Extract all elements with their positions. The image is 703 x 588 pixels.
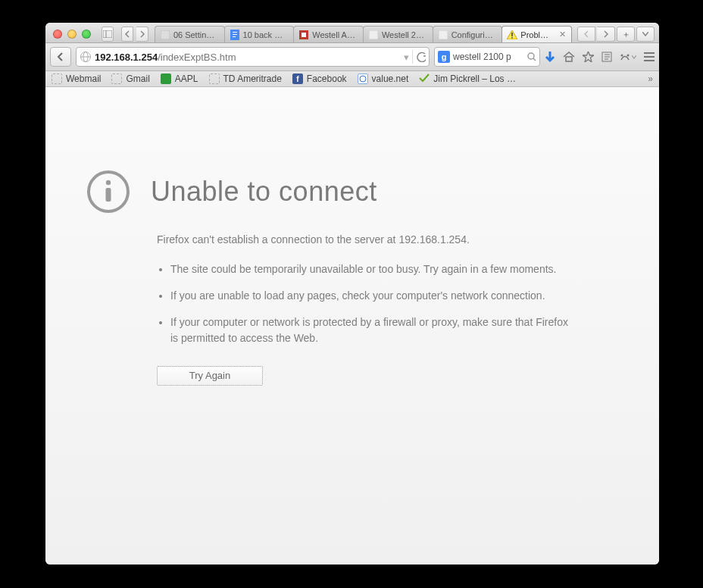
check-icon [419, 74, 430, 84]
tab-nav-forward-button[interactable] [136, 27, 148, 42]
svg-line-18 [533, 58, 536, 61]
titlebar: 06 Settin… 10 back … Westell A… Westell … [45, 23, 659, 43]
svg-point-17 [528, 53, 534, 59]
bookmark-gmail[interactable]: Gmail [111, 74, 149, 84]
tab-label: Westell 2200… [382, 30, 428, 39]
downloads-button[interactable] [545, 51, 555, 63]
globe-icon [80, 51, 92, 63]
generic-favicon [438, 30, 448, 40]
tab-label: 06 Settin… [173, 30, 220, 39]
bookmark-valuenet[interactable]: value.net [358, 74, 409, 84]
home-button[interactable] [563, 52, 575, 62]
sidebar-toggle-button[interactable] [102, 27, 114, 42]
tab-overflow-forward[interactable] [597, 27, 615, 42]
bookmark-facebook[interactable]: f Facebook [292, 74, 347, 84]
tab-configuring[interactable]: Configuring t… [433, 26, 503, 42]
tab-problem-loading[interactable]: Probl… ✕ [501, 26, 572, 42]
new-tab-button[interactable]: ＋ [617, 27, 635, 42]
tab-close-button[interactable]: ✕ [558, 30, 567, 39]
bookmarks-overflow-button[interactable]: » [648, 74, 653, 84]
navbar: 192.168.1.254/indexExptBS.htm ▾ g westel… [45, 43, 659, 71]
bookmark-label: AAPL [175, 74, 198, 84]
toolbar-icons [545, 51, 655, 63]
search-icon[interactable] [527, 52, 536, 61]
tab-06-settings[interactable]: 06 Settin… [155, 26, 225, 42]
menu-button[interactable] [644, 52, 655, 61]
svg-marker-21 [583, 52, 594, 62]
error-description: Firefox can't establish a connection to … [157, 232, 572, 248]
search-bar[interactable]: g westell 2100 p [434, 47, 540, 67]
svg-rect-2 [161, 30, 170, 39]
bookmark-generic-icon [52, 74, 62, 84]
window-minimize-button[interactable] [67, 30, 77, 39]
tab-label: 10 back … [243, 30, 289, 39]
bookmark-generic-icon [209, 74, 220, 84]
bookmark-star-button[interactable] [583, 52, 594, 62]
error-title: Unable to connect [151, 176, 377, 208]
svg-rect-6 [233, 36, 236, 37]
google-icon: g [438, 51, 450, 63]
tab-westell-a[interactable]: Westell A… [293, 26, 364, 42]
bookmark-webmail[interactable]: Webmail [52, 74, 101, 84]
bookmarks-bar: Webmail Gmail AAPL TD Ameritrade f Faceb… [45, 71, 659, 87]
addon-button[interactable] [620, 52, 636, 61]
svg-rect-8 [302, 33, 306, 37]
gdoc-favicon [230, 30, 240, 40]
tab-strip: 06 Settin… 10 back … Westell A… Westell … [155, 26, 571, 42]
window-controls [53, 30, 91, 39]
reading-list-button[interactable] [601, 52, 612, 62]
bookmark-label: Jim Pickrell – Los … [433, 74, 516, 84]
page-content: Unable to connect Firefox can't establis… [45, 87, 659, 565]
url-host: 192.168.1.254 [95, 52, 158, 63]
bookmark-aapl-icon [161, 74, 171, 84]
url-text: 192.168.1.254/indexExptBS.htm [95, 52, 401, 63]
tab-overflow-back[interactable] [577, 27, 595, 42]
url-path: /indexExptBS.htm [158, 52, 236, 63]
svg-rect-33 [106, 188, 111, 202]
error-bullet: If your computer or network is protected… [170, 314, 572, 346]
tab-nav-back-button[interactable] [121, 27, 133, 42]
tab-10-back[interactable]: 10 back … [224, 26, 295, 42]
warning-icon [507, 30, 517, 40]
tab-westell-2200[interactable]: Westell 2200… [363, 26, 433, 42]
bookmark-label: value.net [372, 74, 409, 84]
history-dropdown-icon[interactable]: ▾ [404, 52, 409, 63]
window-close-button[interactable] [53, 30, 62, 39]
bookmark-label: Facebook [307, 74, 347, 84]
svg-rect-0 [103, 30, 112, 38]
bookmark-aapl[interactable]: AAPL [161, 74, 198, 84]
svg-rect-13 [512, 37, 514, 39]
info-icon [87, 170, 130, 213]
tab-label: Configuring t… [451, 30, 498, 39]
svg-rect-4 [233, 32, 237, 33]
bookmark-label: Gmail [126, 74, 149, 84]
error-bullet: The site could be temporarily unavailabl… [170, 261, 572, 277]
bookmark-jim-pickrell[interactable]: Jim Pickrell – Los … [419, 74, 516, 84]
browser-window: 06 Settin… 10 back … Westell A… Westell … [45, 23, 659, 565]
bookmark-label: TD Ameritrade [223, 74, 282, 84]
bookmark-td-ameritrade[interactable]: TD Ameritrade [209, 74, 282, 84]
search-text: westell 2100 p [453, 52, 524, 62]
bookmark-generic-icon [111, 74, 122, 84]
tab-label: Westell A… [312, 30, 358, 39]
bookmark-label: Webmail [66, 74, 101, 84]
window-zoom-button[interactable] [82, 30, 91, 39]
svg-point-26 [621, 55, 623, 57]
back-button[interactable] [50, 47, 71, 67]
svg-rect-10 [439, 30, 448, 39]
reload-button[interactable] [412, 50, 426, 64]
all-tabs-button[interactable] [636, 27, 655, 42]
tab-label: Probl… [520, 30, 555, 39]
error-container: Unable to connect Firefox can't establis… [87, 170, 572, 386]
error-bullet: If you are unable to load any pages, che… [170, 288, 572, 304]
svg-rect-12 [512, 33, 514, 36]
superuser-favicon [298, 30, 309, 40]
try-again-button[interactable]: Try Again [157, 366, 263, 386]
svg-rect-5 [233, 34, 237, 35]
svg-point-31 [360, 76, 366, 82]
url-bar[interactable]: 192.168.1.254/indexExptBS.htm ▾ [76, 47, 430, 67]
svg-rect-9 [369, 30, 378, 39]
svg-rect-20 [566, 57, 572, 61]
facebook-icon: f [292, 74, 303, 84]
generic-favicon [368, 30, 379, 40]
